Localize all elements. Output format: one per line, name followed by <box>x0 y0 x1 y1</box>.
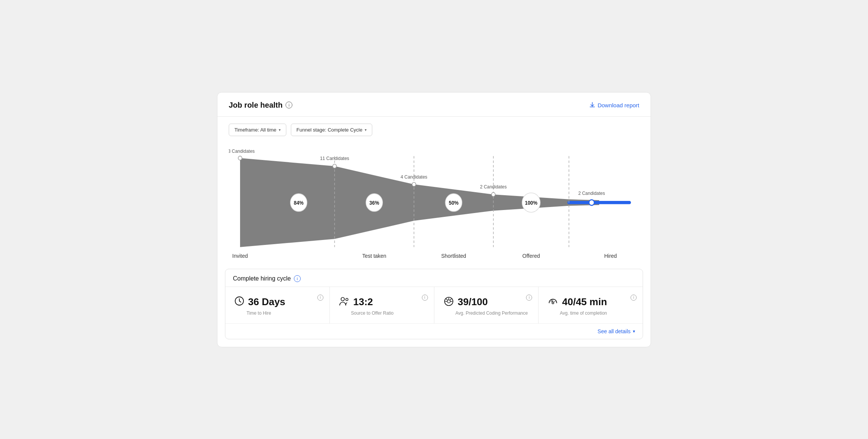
svg-point-3 <box>341 297 344 301</box>
metric-main-2: 13:2 <box>339 296 425 308</box>
candidates-offered: 2 Candidates <box>480 184 506 189</box>
pct-text-4: 100% <box>525 200 537 205</box>
funnel-chart: 84% 36% 50% 100% 13 Candidates 11 Candid… <box>229 140 639 261</box>
svg-line-10 <box>446 299 447 300</box>
clock-icon <box>234 296 244 308</box>
timeframe-filter[interactable]: Timeframe: All time ▾ <box>229 124 286 136</box>
download-label: Download report <box>598 102 639 108</box>
metric-value-3: 39/100 <box>458 296 488 308</box>
metric-value-1: 36 Days <box>248 296 285 308</box>
card-header: Job role health i Download report <box>217 93 651 117</box>
funnel-chevron-icon: ▾ <box>365 128 367 132</box>
timeframe-label: Timeframe: All time <box>234 127 276 133</box>
pct-text-1: 84% <box>294 200 304 205</box>
funnel-svg: 84% 36% 50% 100% 13 Candidates 11 Candid… <box>229 140 639 261</box>
svg-line-2 <box>239 301 241 302</box>
see-all-details[interactable]: See all details ▾ <box>225 323 643 339</box>
job-role-health-card: Job role health i Download report Timefr… <box>217 92 651 347</box>
dot-test-taken <box>333 164 336 168</box>
metric-label-4: Avg. time of completion <box>548 310 634 316</box>
pct-text-3: 50% <box>449 200 459 205</box>
funnel-stage-filter[interactable]: Funnel stage: Complete Cycle ▾ <box>291 124 372 136</box>
svg-point-4 <box>346 298 348 301</box>
label-shortlisted: Shortlisted <box>441 253 466 259</box>
see-all-chevron-icon: ▾ <box>633 329 635 334</box>
candidates-test-taken: 11 Candidates <box>320 155 349 161</box>
download-icon <box>589 102 595 108</box>
bottom-section-info-icon[interactable]: i <box>294 275 301 282</box>
header-left: Job role health i <box>229 101 292 110</box>
metric-value-2: 13:2 <box>353 296 373 308</box>
metric-main-1: 36 Days <box>234 296 320 308</box>
page-title: Job role health <box>229 101 283 110</box>
bottom-section-title: Complete hiring cycle <box>233 275 291 282</box>
candidates-shortlisted: 4 Candidates <box>401 174 427 180</box>
timeframe-chevron-icon: ▾ <box>279 128 281 132</box>
metric-time-to-hire: i 36 Days Time to Hire <box>225 287 330 323</box>
metric-info-icon-2[interactable]: i <box>422 295 428 301</box>
metric-info-icon-4[interactable]: i <box>631 295 637 301</box>
funnel-section: 84% 36% 50% 100% 13 Candidates 11 Candid… <box>217 140 651 265</box>
svg-line-15 <box>554 301 555 302</box>
funnel-stage-label: Funnel stage: Complete Cycle <box>297 127 362 133</box>
metric-main-3: 39/100 <box>443 296 529 308</box>
metric-info-icon-1[interactable]: i <box>317 295 323 301</box>
filters-row: Timeframe: All time ▾ Funnel stage: Comp… <box>217 117 651 136</box>
label-hired: Hired <box>604 253 617 259</box>
metric-info-icon-3[interactable]: i <box>526 295 532 301</box>
metrics-row: i 36 Days Time to Hire i <box>225 287 643 323</box>
dot-invited <box>238 156 242 160</box>
dot-shortlisted <box>412 182 416 187</box>
dot-hired <box>589 199 594 205</box>
label-offered: Offered <box>522 253 540 259</box>
metric-coding-performance: i 39/100 Av <box>434 287 539 323</box>
see-all-label: See all details <box>598 328 631 334</box>
title-info-icon[interactable]: i <box>286 102 292 108</box>
svg-line-14 <box>551 301 552 302</box>
metric-avg-completion: i 40/45 min Avg. time of c <box>539 287 643 323</box>
candidates-hired: 2 Candidates <box>578 190 605 196</box>
metric-label-2: Source to Offer Ratio <box>339 310 425 316</box>
person-ratio-icon <box>339 296 350 308</box>
metric-label-1: Time to Hire <box>234 310 320 316</box>
pct-text-2: 36% <box>369 200 379 205</box>
dot-offered <box>492 192 495 196</box>
download-report-button[interactable]: Download report <box>589 102 639 108</box>
speedometer-icon <box>548 296 558 308</box>
label-test-taken: Test taken <box>362 253 386 259</box>
metric-main-4: 40/45 min <box>548 296 634 308</box>
svg-point-6 <box>447 300 450 303</box>
gauge-icon <box>443 296 454 308</box>
metric-value-4: 40/45 min <box>562 296 607 308</box>
bottom-section-header: Complete hiring cycle i <box>225 269 643 287</box>
metric-label-3: Avg. Predicted Coding Performance <box>443 310 529 316</box>
candidates-invited: 13 Candidates <box>229 148 255 154</box>
metric-source-to-offer: i 13:2 Source to Offer Ratio <box>330 287 434 323</box>
svg-point-12 <box>552 302 554 304</box>
svg-line-11 <box>450 299 451 300</box>
label-invited: Invited <box>232 253 248 259</box>
complete-hiring-cycle-section: Complete hiring cycle i i 36 Days <box>225 269 643 339</box>
